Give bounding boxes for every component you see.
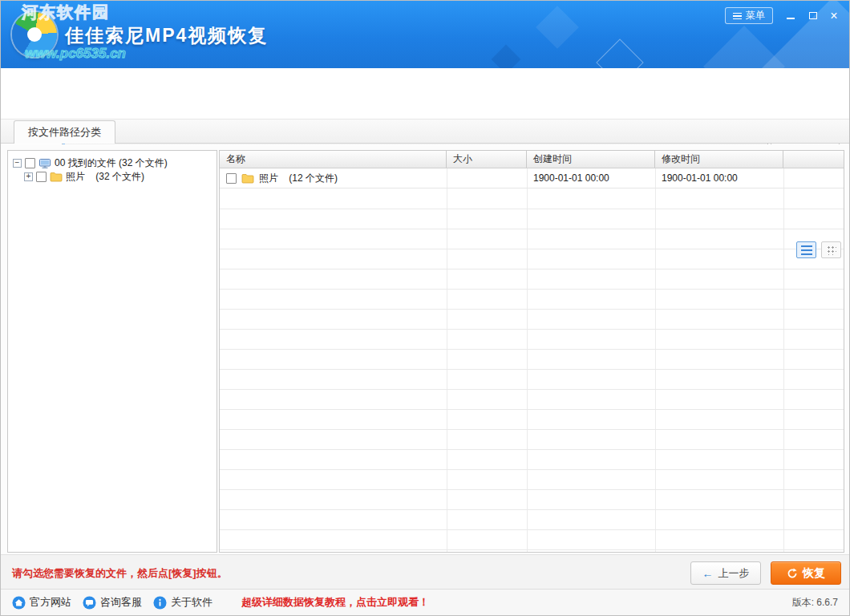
view-toggles <box>796 241 841 258</box>
watermark-site-name: 河东软件园 <box>22 2 110 23</box>
grid-view-icon[interactable] <box>821 241 841 258</box>
main-content: − 00 找到的文件 (32 个文件) + 照片 (32 个文件) <box>1 144 849 554</box>
column-header-size[interactable]: 大小 <box>447 151 527 168</box>
collapse-toggle-icon[interactable]: − <box>13 159 22 168</box>
decor-cube <box>536 6 579 49</box>
table-header: 名称 大小 创建时间 修改时间 <box>220 151 844 168</box>
page-title: 佳佳索尼MP4视频恢复 <box>65 23 268 48</box>
empty-grid-rows <box>220 189 844 552</box>
official-website-link[interactable]: 官方网站 <box>12 595 71 610</box>
left-arrow-icon: ← <box>702 567 714 580</box>
official-website-label: 官方网站 <box>30 595 71 610</box>
tree-root-label: 00 找到的文件 (32 个文件) <box>55 156 168 170</box>
recover-hint-text: 请勾选您需要恢复的文件，然后点[恢复]按钮。 <box>12 566 228 581</box>
maximize-icon <box>809 12 817 19</box>
computer-icon <box>38 158 51 169</box>
about-software-label: 关于软件 <box>171 595 212 610</box>
maximize-button[interactable] <box>804 7 822 24</box>
recover-refresh-icon <box>787 568 798 579</box>
action-bar: 请勾选您需要恢复的文件，然后点[恢复]按钮。 ← 上一步 恢复 <box>1 554 849 590</box>
watermark-site-url: www.pc6535.cn <box>25 46 126 62</box>
tree-item-photos[interactable]: + 照片 (32 个文件) <box>8 170 217 184</box>
about-software-link[interactable]: 关于软件 <box>153 595 212 610</box>
menu-label: 菜单 <box>746 9 765 22</box>
tree-photos-label: 照片 (32 个文件) <box>66 170 144 184</box>
row-modified: 1900-01-01 00:00 <box>655 168 783 188</box>
tree-root-checkbox[interactable] <box>25 158 35 168</box>
list-view-icon[interactable] <box>796 241 816 258</box>
table-row[interactable]: 照片 (12 个文件) 1900-01-01 00:00 1900-01-01 … <box>220 168 844 188</box>
folder-tree-panel: − 00 找到的文件 (32 个文件) + 照片 (32 个文件) <box>7 150 217 553</box>
hamburger-icon <box>733 13 742 19</box>
row-created: 1900-01-01 00:00 <box>527 168 655 188</box>
customer-service-label: 咨询客服 <box>100 595 142 610</box>
customer-service-link[interactable]: 咨询客服 <box>83 595 142 610</box>
column-header-modified[interactable]: 修改时间 <box>655 151 783 168</box>
tab-bar <box>1 120 849 144</box>
column-header-created[interactable]: 创建时间 <box>527 151 655 168</box>
version-label: 版本: 6.6.7 <box>792 596 838 610</box>
tab-by-file-path[interactable]: 按文件路径分类 <box>14 120 115 144</box>
info-icon <box>153 596 167 610</box>
chat-icon <box>83 596 96 610</box>
column-header-blank <box>783 151 844 168</box>
tree-photos-checkbox[interactable] <box>36 172 47 182</box>
folder-icon <box>50 172 63 182</box>
row-checkbox[interactable] <box>226 173 237 184</box>
app-window: 河东软件园 www.pc6535.cn 佳佳索尼MP4视频恢复 菜单 × 正在扫 <box>0 0 850 616</box>
decor-cube <box>596 38 643 68</box>
scan-panel: 正在扫描文件，扫描完成后才可以恢复，请耐心等待！ 扫描范围: 128(MB)/6… <box>1 68 849 120</box>
status-bar: 官方网站 咨询客服 关于软件 超级详细数据恢复教程，点击立即观看！ 版本: 6.… <box>1 589 849 615</box>
decor-cube <box>492 45 521 68</box>
expand-toggle-icon[interactable]: + <box>24 172 33 181</box>
recover-button[interactable]: 恢复 <box>771 561 841 585</box>
close-button[interactable]: × <box>825 7 843 24</box>
previous-step-button[interactable]: ← 上一步 <box>690 561 761 585</box>
tree-item-root[interactable]: − 00 找到的文件 (32 个文件) <box>8 156 217 170</box>
minimize-button[interactable] <box>782 7 799 24</box>
row-size <box>447 168 527 188</box>
previous-step-label: 上一步 <box>718 566 750 581</box>
home-icon <box>12 596 26 610</box>
menu-button[interactable]: 菜单 <box>725 7 773 24</box>
row-name: 照片 (12 个文件) <box>259 172 338 185</box>
minimize-icon <box>787 18 795 19</box>
file-list-panel: 名称 大小 创建时间 修改时间 照片 (12 个文件) 1900-01-01 0… <box>219 150 844 553</box>
tutorial-link[interactable]: 超级详细数据恢复教程，点击立即观看！ <box>241 595 429 610</box>
decor-cube <box>703 26 785 68</box>
recover-label: 恢复 <box>803 566 825 581</box>
title-bar: 河东软件园 www.pc6535.cn 佳佳索尼MP4视频恢复 菜单 × <box>1 1 849 68</box>
column-header-name[interactable]: 名称 <box>220 151 447 168</box>
folder-icon <box>241 173 254 184</box>
